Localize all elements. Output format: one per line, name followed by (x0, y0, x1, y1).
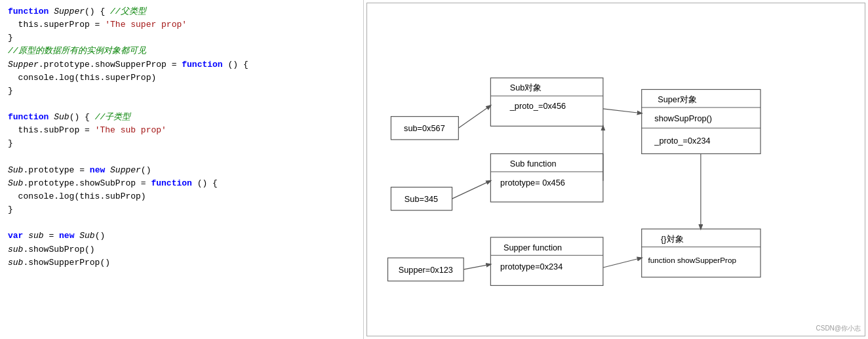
empty-obj-title: {}対象 (661, 234, 684, 244)
super-obj-title: Super对象 (658, 94, 697, 104)
code-line-7: } (8, 85, 355, 98)
code-panel: function Supper() { //父类型 this.superProp… (0, 0, 364, 339)
arrow-subfn-to-subfnobj (452, 181, 491, 199)
super-obj-row1: showSupProp() (654, 113, 712, 123)
code-line-12: Sub.prototype.showSubProp = function () … (8, 177, 355, 190)
empty-obj-box (642, 229, 760, 277)
supper-fn-title: Supper function (503, 243, 562, 252)
code-line-8: function Sub() { //子类型 (8, 111, 355, 124)
code-line-11: Sub.prototype = new Supper() (8, 164, 355, 177)
code-line-3: } (8, 31, 355, 45)
super-obj-row2: _proto_=0x234 (654, 136, 710, 146)
watermark: CSDN@你小志 (816, 324, 861, 333)
sub-fn-title: Sub function (510, 159, 557, 169)
arrow-supperfn-to-emptyobj (603, 258, 642, 268)
code-line-4: //原型的数据所有的实例对象都可见 (8, 45, 355, 58)
code-line-6: console.log(this.superProp) (8, 71, 355, 85)
supper-fn-prototype: prototype=0x234 (500, 262, 562, 271)
code-line-15: var sub = new Sub() (8, 229, 355, 243)
code-line-1: function Supper() { //父类型 (8, 5, 355, 18)
sub-obj-proto: _proto_=0x456 (509, 101, 566, 111)
arrow-supper-to-supperfn (464, 264, 490, 269)
code-line-5: Supper.prototype.showSupperProp = functi… (8, 58, 355, 71)
sub-fn-prototype: prototype= 0x456 (500, 178, 565, 188)
sub-fn-var-label: Sub=345 (404, 194, 438, 204)
code-line-13: console.log(this.subProp) (8, 190, 355, 203)
code-line-10: } (8, 137, 355, 150)
code-line-blank3 (8, 216, 355, 229)
code-line-14: } (8, 203, 355, 216)
diagram-panel: sub=0x567 Sub=345 Supper=0x123 Sub对象 _pr… (366, 3, 865, 336)
sub-var-label: sub=0x567 (404, 123, 445, 133)
arrow-subobj-to-superobj (603, 109, 642, 113)
sub-obj-title: Sub对象 (510, 83, 542, 92)
code-line-blank1 (8, 98, 355, 111)
empty-obj-fn: function showSupperProp (648, 256, 737, 264)
arrow-sub-to-subobj (458, 106, 490, 128)
code-line-blank2 (8, 151, 355, 164)
code-line-2: this.superProp = 'The super prop' (8, 18, 355, 31)
supper-var-label: Supper=0x123 (399, 265, 453, 275)
diagram-svg: sub=0x567 Sub=345 Supper=0x123 Sub对象 _pr… (371, 7, 861, 332)
code-line-16: sub.showSubProp() (8, 243, 355, 256)
code-line-9: this.subProp = 'The sub prop' (8, 124, 355, 137)
code-line-17: sub.showSupperProp() (8, 256, 355, 269)
